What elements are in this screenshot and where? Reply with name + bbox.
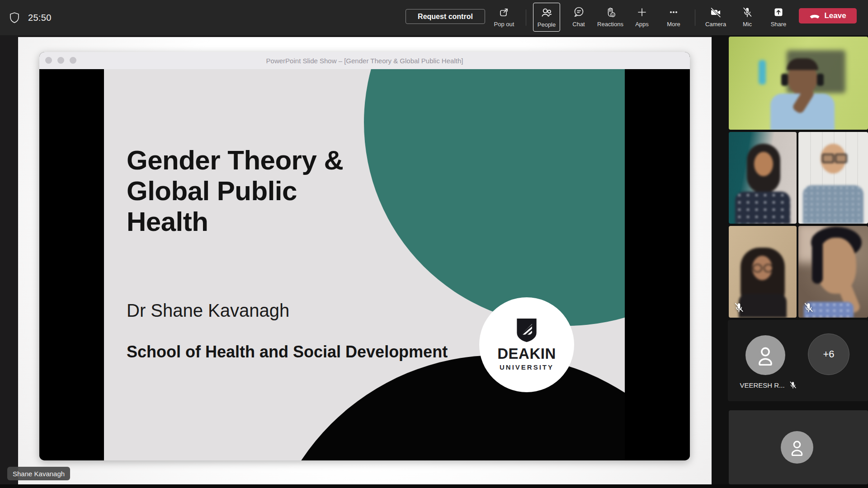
slide-title: Gender Theory & Global Public Health (127, 145, 343, 237)
overflow-participants-badge[interactable]: +6 (808, 333, 849, 375)
people-icon (540, 6, 553, 19)
window-dot (70, 57, 76, 64)
share-icon (772, 6, 785, 19)
person-icon (788, 439, 806, 456)
audio-participants-row: VEERESH R... +6 (728, 320, 868, 401)
person-icon (755, 345, 776, 366)
security-shield-icon (8, 11, 21, 24)
pop-out-button[interactable]: Pop out (489, 3, 519, 32)
camera-off-icon (709, 6, 722, 19)
mic-off-icon (788, 380, 797, 389)
participants-sidebar: VEERESH R... +6 (712, 35, 868, 484)
mic-off-icon (741, 6, 754, 19)
teal-circle-shape (364, 69, 625, 326)
presenter-name-tag: Shane Kavanagh (7, 467, 70, 480)
logo-wordmark: DEAKIN (497, 345, 556, 362)
participant-name: VEERESH R... (740, 381, 784, 389)
slide-viewport: DEAKIN UNIVERSITY Gender Theory & Global… (39, 69, 690, 460)
participant-video-tile[interactable] (798, 226, 868, 318)
powerpoint-titlebar: PowerPoint Slide Show – [Gender Theory &… (39, 52, 690, 69)
participant-avatar (781, 431, 813, 464)
slide-department: School of Health and Social Development (127, 343, 448, 361)
participant-video-tile[interactable] (729, 37, 868, 130)
shared-screen: PowerPoint Slide Show – [Gender Theory &… (18, 37, 712, 484)
participant-avatar[interactable] (745, 335, 785, 375)
reactions-button[interactable]: Reactions (595, 3, 626, 32)
leave-button[interactable]: Leave (799, 8, 857, 23)
window-dot (45, 57, 52, 64)
powerpoint-window: PowerPoint Slide Show – [Gender Theory &… (39, 52, 690, 460)
slide: DEAKIN UNIVERSITY Gender Theory & Global… (104, 69, 625, 460)
chat-icon (572, 6, 585, 19)
ellipsis-icon (667, 6, 680, 19)
pop-out-icon (498, 6, 510, 19)
participant-video-tile[interactable] (729, 226, 797, 318)
slide-presenter: Dr Shane Kavanagh (127, 300, 289, 321)
teams-meeting-window: 25:50 Request control Pop out People (0, 0, 868, 488)
hangup-icon (809, 13, 820, 19)
logo-subtext: UNIVERSITY (500, 363, 554, 371)
window-control-dots (45, 57, 76, 64)
participant-video-tile[interactable] (729, 410, 868, 484)
request-control-button[interactable]: Request control (406, 9, 485, 24)
mic-off-icon (733, 301, 745, 314)
mic-button[interactable]: Mic (732, 3, 763, 32)
deakin-logo: DEAKIN UNIVERSITY (479, 297, 574, 392)
meeting-timer: 25:50 (28, 13, 52, 23)
camera-button[interactable]: Camera (700, 3, 731, 32)
plus-icon (636, 6, 648, 19)
chat-button[interactable]: Chat (563, 3, 594, 32)
participant-name-row: VEERESH R... (728, 380, 809, 389)
toolbar-divider (526, 9, 526, 26)
participant-video-tile[interactable] (729, 132, 797, 224)
window-dot (57, 57, 64, 64)
window-title: PowerPoint Slide Show – [Gender Theory &… (266, 57, 463, 65)
toolbar-divider (695, 9, 695, 26)
reactions-hand-icon (604, 6, 617, 19)
bottom-letterbox (0, 484, 868, 488)
mic-off-icon (802, 301, 815, 314)
black-circle-shape (262, 355, 625, 460)
share-button[interactable]: Share (763, 3, 794, 32)
apps-button[interactable]: Apps (627, 3, 657, 32)
meeting-toolbar: 25:50 Request control Pop out People (0, 0, 868, 35)
more-button[interactable]: More (658, 3, 689, 32)
deakin-shield-icon (517, 319, 537, 342)
participant-video-tile[interactable] (798, 132, 868, 224)
people-button[interactable]: People (533, 3, 560, 32)
